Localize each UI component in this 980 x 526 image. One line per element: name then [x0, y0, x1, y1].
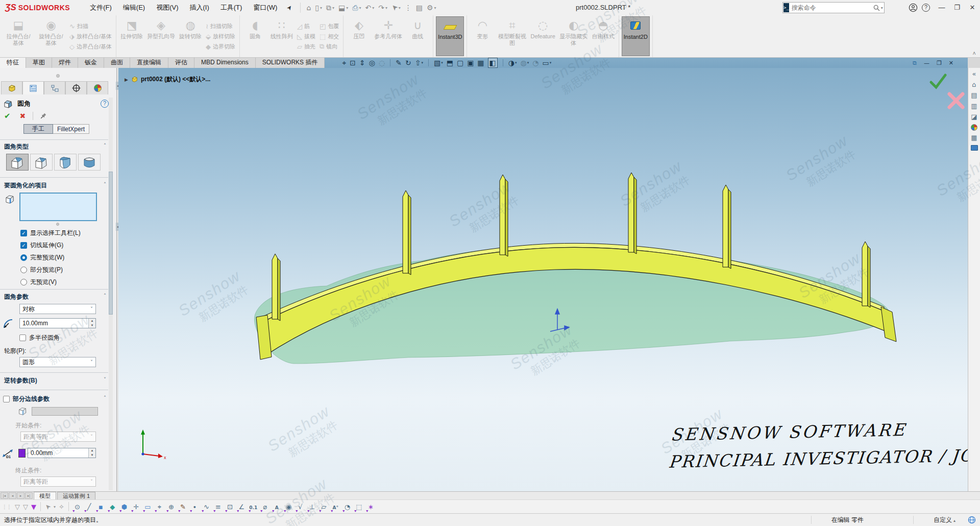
filter-hole-callouts-icon[interactable]: ⌀▼: [259, 502, 271, 511]
filter-blocks-icon[interactable]: ⬚▼: [353, 502, 365, 511]
view-palette-icon[interactable]: ◪: [971, 113, 977, 121]
draft-button[interactable]: ◺拔模: [297, 32, 315, 41]
display-style-icon[interactable]: ▧▾: [434, 58, 443, 67]
profile-dropdown[interactable]: 圆形˅: [19, 357, 96, 367]
filter-sketches-icon[interactable]: ✎▼: [177, 502, 189, 511]
menu-tools[interactable]: 工具(T): [215, 0, 248, 15]
prev-tab-button[interactable]: ◂: [9, 492, 16, 499]
tab-surfaces[interactable]: 曲面: [104, 58, 130, 68]
wireframe-icon[interactable]: ▢: [457, 58, 463, 67]
shaded-with-edges-icon[interactable]: ◧: [488, 58, 498, 68]
undo-icon[interactable]: ↶▾: [363, 3, 376, 13]
shaded-icon[interactable]: ▦: [477, 58, 484, 67]
radius-input[interactable]: 10.00mm ▲▼: [19, 318, 96, 328]
file-explorer-icon[interactable]: ▥: [971, 103, 977, 110]
menu-pin-icon[interactable]: ➤: [285, 4, 294, 12]
filter-edit-icon[interactable]: ▽: [23, 503, 28, 511]
offset-distance-input[interactable]: 0.00mm ▲▼: [28, 448, 96, 458]
variable-size-fillet-option[interactable]: [30, 154, 53, 171]
first-tab-button[interactable]: |◂: [1, 492, 8, 499]
hide-show-items-icon[interactable]: ◑▾: [508, 58, 517, 67]
filter-centerlines-icon[interactable]: ∠▼: [236, 502, 248, 511]
menu-edit[interactable]: 编辑(E): [117, 0, 151, 15]
fillet-button[interactable]: ◖圆角: [242, 16, 268, 56]
multi-radius-checkbox[interactable]: 多半径圆角: [19, 333, 60, 342]
filter-origins-icon[interactable]: ⌖▼: [154, 502, 165, 511]
curves-button[interactable]: ∪曲线: [405, 16, 430, 56]
shadows-icon[interactable]: ⬒: [447, 58, 453, 67]
no-preview-radio[interactable]: 无预览(V): [20, 278, 57, 286]
section-view-icon[interactable]: ✎: [396, 58, 402, 67]
defeature-button[interactable]: ◌Defeature: [529, 16, 556, 56]
zoom-in-out-icon[interactable]: ⇕: [359, 58, 365, 67]
home-taskpane-icon[interactable]: ⌂: [972, 81, 976, 88]
face-fillet-option[interactable]: [54, 154, 77, 171]
symmetry-dropdown[interactable]: 对称˅: [19, 304, 96, 314]
filter-datum-targets-icon[interactable]: ◔▼: [341, 502, 353, 511]
show-hide-bodies-button[interactable]: ◐显示隐藏实体: [558, 16, 590, 56]
help-icon[interactable]: ?: [922, 4, 930, 12]
confirmation-ok-button[interactable]: [929, 73, 947, 89]
filter-midpoints-icon[interactable]: ≡▼: [212, 502, 224, 511]
filter-connection-points-icon[interactable]: ∗▼: [365, 502, 377, 511]
confirmation-cancel-button[interactable]: [946, 91, 966, 110]
tab-direct-editing[interactable]: 直接编辑: [130, 58, 168, 68]
rotate-view-icon[interactable]: ↻: [405, 58, 411, 67]
filter-datums-icon[interactable]: A°▼: [330, 502, 341, 511]
lofted-cut-button[interactable]: ⬙放样切除: [206, 32, 235, 41]
print-icon[interactable]: ⎙▾: [351, 3, 362, 13]
globe-icon[interactable]: [968, 516, 976, 524]
radius-spinner[interactable]: ▲▼: [88, 319, 95, 328]
featuremanager-tab[interactable]: [1, 81, 22, 94]
view-settings-icon[interactable]: ▭▾: [543, 58, 552, 67]
caret-icon[interactable]: ▾: [54, 505, 56, 509]
swept-cut-button[interactable]: ≀扫描切除: [206, 21, 235, 31]
edge-selection-listbox[interactable]: [19, 193, 97, 221]
mirror-button[interactable]: ⧉镜向: [320, 42, 339, 51]
toolbar-drag-handle[interactable]: ⋮⋮: [2, 504, 11, 510]
filter-coordinate-systems-icon[interactable]: ⊕▼: [165, 502, 177, 511]
restore-button[interactable]: ❐: [949, 0, 965, 15]
options-icon[interactable]: ⚙▾: [425, 3, 438, 13]
intersect-button[interactable]: ⬚相交: [320, 32, 339, 41]
collapse-icon[interactable]: ˄: [104, 395, 106, 401]
doc-new-window-icon[interactable]: ⧉: [913, 60, 917, 66]
wrap-button[interactable]: ◰包覆: [320, 21, 339, 31]
save-icon[interactable]: ⬓▾: [337, 3, 350, 13]
zoom-to-area-icon[interactable]: ⊡: [350, 58, 356, 67]
collapse-icon[interactable]: ˄: [104, 143, 106, 149]
taskpane-collapse-icon[interactable]: «: [972, 70, 976, 78]
filter-sketch-segments-icon[interactable]: ∿▼: [201, 502, 212, 511]
edit-appearance-icon[interactable]: ◍▾: [521, 58, 529, 67]
filter-notes-icon[interactable]: A▼: [271, 502, 283, 511]
ok-button[interactable]: ✔: [4, 111, 11, 121]
menu-file[interactable]: 文件(F): [84, 0, 117, 15]
linear-pattern-button[interactable]: ∷线性阵列: [269, 16, 295, 56]
tree-item-label[interactable]: prt0002 (默认) <<默认>...: [141, 75, 210, 84]
lofted-boss-base-button[interactable]: ⬗放样凸台/基体: [69, 32, 112, 41]
filter-solid-bodies-icon[interactable]: ⬢▼: [118, 502, 130, 511]
search-input[interactable]: [789, 4, 873, 11]
ribbon-collapse-icon[interactable]: ˄: [973, 50, 976, 56]
rebuild-icon[interactable]: ⋮: [403, 3, 413, 13]
design-library-icon[interactable]: ▤: [971, 92, 977, 99]
deform-button[interactable]: ◠变形: [470, 16, 495, 56]
extruded-cut-button[interactable]: ⬔拉伸切除: [119, 16, 144, 56]
filter-dimensions-icon[interactable]: 0.1▼: [248, 502, 259, 511]
redo-icon[interactable]: ↷▾: [377, 3, 389, 13]
scrollbar-thumb[interactable]: [109, 172, 113, 315]
end-condition-dropdown[interactable]: 距离等距˅: [20, 476, 96, 487]
instant3d-button[interactable]: ↘Instant3D: [436, 16, 464, 56]
cancel-button[interactable]: ✖: [20, 112, 26, 120]
new-document-icon[interactable]: ▯▾: [313, 3, 324, 13]
doc-minimize-button[interactable]: —: [924, 60, 929, 66]
filter-faces-icon[interactable]: ▪▼: [95, 502, 107, 511]
full-preview-radio[interactable]: 完整预览(W): [20, 253, 64, 262]
tree-expand-icon[interactable]: ▶: [125, 77, 128, 82]
hole-wizard-button[interactable]: ◈异型孔向导: [145, 16, 177, 56]
indent-button[interactable]: ⬖压凹: [346, 16, 372, 56]
motion-study-tab[interactable]: 运动算例 1: [57, 492, 95, 499]
filter-geometric-tolerances-icon[interactable]: ▱▼: [318, 502, 330, 511]
collapse-icon[interactable]: ˄: [104, 182, 106, 187]
model-break-view-button[interactable]: ⌗模型断裂视图: [496, 16, 528, 56]
